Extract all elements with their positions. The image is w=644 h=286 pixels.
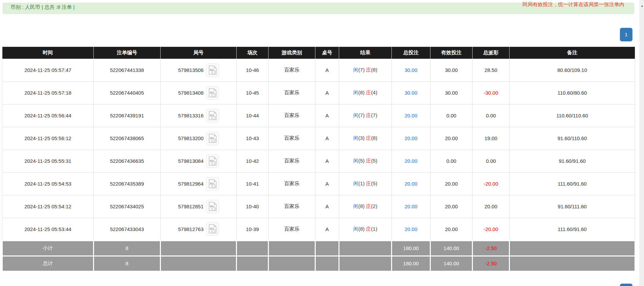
cell-bet-id: 522067435389: [94, 172, 161, 195]
video-file-icon: [208, 65, 217, 75]
cell-result: 闲(7) 庄(7): [339, 104, 392, 127]
column-header-total-bet: 总投注: [392, 47, 430, 59]
cell-total-bet: 30.00: [392, 59, 430, 81]
column-header-valid-bet: 有效投注: [430, 47, 473, 59]
cell-round-no: 579813200: [161, 127, 237, 150]
cell-remark: 91.60/91.60: [510, 150, 635, 172]
cell-table-no: A: [315, 172, 339, 195]
cell-session: 10-44: [237, 104, 269, 127]
cell-remark: 111.60/91.60: [510, 218, 635, 241]
grand-total-empty-cell: [237, 256, 269, 271]
total-bet-link[interactable]: 20.00: [405, 204, 418, 209]
cell-time: 2024-11-25 05:56:44: [2, 104, 94, 127]
cell-total-bet: 20.00: [392, 104, 430, 127]
column-header-game-type: 游戏类别: [269, 47, 315, 59]
grand-total-empty-cell: [269, 256, 315, 271]
vertical-scrollbar[interactable]: ▲: [640, 0, 644, 286]
table-row: 2024-11-25 05:56:44 522067439191 5798133…: [2, 104, 635, 127]
cell-bet-id: 522067436635: [94, 150, 161, 172]
cell-round-no: 579812851: [161, 195, 237, 218]
cell-result: 闲(3) 庄(8): [339, 127, 392, 150]
cell-round-no: 579813408: [161, 81, 237, 104]
same-round-notice-text: 同局有效投注，统一计算在该局第一张注单内: [522, 1, 624, 8]
notice-bar: 币别 : 人民币 | 总共 :8 注单 | 同局有效投注，统一计算在该局第一张注…: [3, 3, 634, 14]
cell-result: 闲(7) 庄(8): [339, 59, 392, 81]
cell-time: 2024-11-25 05:57:18: [2, 81, 94, 104]
cell-result: 闲(8) 庄(1): [339, 218, 392, 241]
subtotal-empty-cell: [510, 241, 635, 256]
cell-table-no: A: [315, 150, 339, 172]
subtotal-row: 小计 8 180.00 140.00 -2.50: [2, 241, 635, 256]
video-replay-button[interactable]: [206, 86, 219, 100]
cell-bet-id: 522067440405: [94, 81, 161, 104]
column-header-payout: 总派彩: [473, 47, 510, 59]
grand-total-total-bet: 180.00: [392, 256, 430, 271]
cell-time: 2024-11-25 05:55:31: [2, 150, 94, 172]
table-row: 2024-11-25 05:54:12 522067434025 5798128…: [2, 195, 635, 218]
grand-total-count: 8: [94, 256, 161, 271]
pagination-bottom-page-1-button[interactable]: 1: [620, 284, 632, 286]
table-row: 2024-11-25 05:54:53 522067435389 5798129…: [2, 172, 635, 195]
cell-bet-id: 522067433043: [94, 218, 161, 241]
cell-time: 2024-11-25 05:56:12: [2, 127, 94, 150]
total-bet-link[interactable]: 20.00: [405, 158, 418, 164]
cell-session: 10-40: [237, 195, 269, 218]
grand-total-payout: -2.50: [473, 256, 510, 271]
grand-total-empty-cell: [315, 256, 339, 271]
video-replay-button[interactable]: [206, 177, 219, 191]
video-replay-button[interactable]: [206, 109, 219, 122]
total-bet-link[interactable]: 20.00: [405, 135, 418, 141]
cell-valid-bet: 20.00: [430, 218, 473, 241]
cell-game-type: 百家乐: [269, 81, 315, 104]
video-replay-button[interactable]: [206, 63, 219, 77]
cell-table-no: A: [315, 104, 339, 127]
cell-payout: 20.00: [473, 195, 510, 218]
cell-remark: 91.60/111.60: [510, 195, 635, 218]
video-file-icon: [208, 111, 217, 120]
cell-remark: 91.60/110.60: [510, 127, 635, 150]
column-header-result: 结果: [339, 47, 392, 59]
cell-total-bet: 20.00: [392, 127, 430, 150]
cell-session: 10-45: [237, 81, 269, 104]
cell-result: 闲(1) 庄(5): [339, 172, 392, 195]
page-viewport: 币别 : 人民币 | 总共 :8 注单 | 同局有效投注，统一计算在该局第一张注…: [0, 0, 644, 286]
cell-result: 闲(8) 庄(4): [339, 81, 392, 104]
cell-valid-bet: 20.00: [430, 195, 473, 218]
cell-total-bet: 20.00: [392, 218, 430, 241]
video-file-icon: [208, 202, 217, 211]
video-file-icon: [208, 179, 217, 189]
column-header-time: 时间: [2, 47, 94, 59]
column-header-session: 场次: [237, 47, 269, 59]
video-replay-button[interactable]: [206, 154, 219, 168]
cell-table-no: A: [315, 81, 339, 104]
bet-records-table: 时间注单编号局号场次游戏类别桌号结果总投注有效投注总派彩备注 2024-11-2…: [2, 47, 636, 272]
column-header-remark: 备注: [510, 47, 635, 59]
scrollbar-up-arrow-icon[interactable]: ▲: [640, 4, 644, 8]
total-bet-link[interactable]: 30.00: [405, 67, 418, 73]
cell-time: 2024-11-25 05:54:12: [2, 195, 94, 218]
video-replay-button[interactable]: [206, 200, 219, 213]
subtotal-count: 8: [94, 241, 161, 256]
cell-session: 10-46: [237, 59, 269, 81]
cell-game-type: 百家乐: [269, 104, 315, 127]
cell-round-no: 579813084: [161, 150, 237, 172]
total-bet-link[interactable]: 20.00: [405, 113, 418, 118]
total-bet-link[interactable]: 20.00: [405, 226, 418, 232]
total-bet-link[interactable]: 20.00: [405, 181, 418, 187]
cell-round-no: 579812964: [161, 172, 237, 195]
subtotal-label: 小计: [2, 241, 94, 256]
subtotal-valid-bet: 140.00: [430, 241, 473, 256]
pagination-page-1-button[interactable]: 1: [620, 28, 632, 41]
video-replay-button[interactable]: [206, 132, 219, 145]
video-replay-button[interactable]: [206, 222, 219, 236]
subtotal-empty-cell: [269, 241, 315, 256]
cell-valid-bet: 20.00: [430, 172, 473, 195]
video-file-icon: [208, 134, 217, 143]
cell-remark: 110.60/80.60: [510, 81, 635, 104]
cell-round-no: 579813506: [161, 59, 237, 81]
grand-total-empty-cell: [339, 256, 392, 271]
total-bet-link[interactable]: 30.00: [405, 90, 418, 96]
cell-time: 2024-11-25 05:54:53: [2, 172, 94, 195]
cell-valid-bet: 0.00: [430, 150, 473, 172]
subtotal-empty-cell: [315, 241, 339, 256]
